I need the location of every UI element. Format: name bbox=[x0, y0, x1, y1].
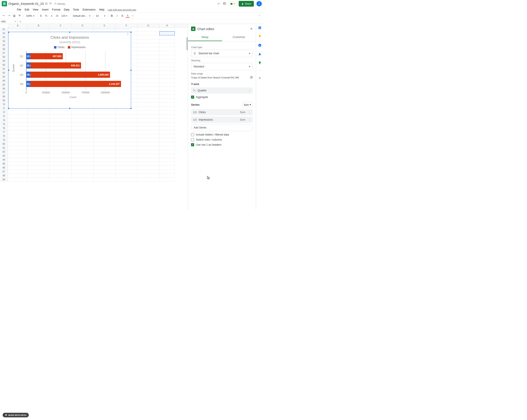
row-header-73[interactable]: 73 bbox=[0, 114, 8, 118]
row-header-60[interactable]: 60 bbox=[0, 63, 8, 67]
print-icon[interactable] bbox=[12, 14, 16, 18]
row-header-65[interactable]: 65 bbox=[0, 83, 8, 87]
row-header-62[interactable]: 62 bbox=[0, 71, 8, 75]
resize-handle-br[interactable] bbox=[130, 108, 132, 109]
row-header-85[interactable]: 85 bbox=[0, 162, 8, 166]
strikethrough-icon[interactable]: S bbox=[120, 14, 124, 18]
row-header-77[interactable]: 77 bbox=[0, 130, 8, 134]
resize-handle-bl[interactable] bbox=[8, 108, 10, 109]
col-header-A[interactable]: A bbox=[8, 24, 28, 27]
series-aggregate-select[interactable]: Sum▾ bbox=[242, 102, 253, 107]
row-header-64[interactable]: 64 bbox=[0, 79, 8, 83]
row-header-51[interactable]: 51 bbox=[0, 27, 8, 31]
undo-icon[interactable] bbox=[2, 14, 6, 18]
formula-input[interactable] bbox=[23, 19, 264, 24]
menu-format[interactable]: Format bbox=[51, 8, 62, 12]
row-header-88[interactable]: 88 bbox=[0, 174, 8, 178]
menu-extensions[interactable]: Extensions bbox=[81, 8, 97, 12]
decrease-decimal-icon[interactable]: .0 bbox=[49, 14, 53, 18]
add-series-button[interactable]: Add Series bbox=[191, 124, 253, 131]
keep-icon[interactable] bbox=[258, 34, 262, 38]
calendar-icon[interactable]: 31 bbox=[258, 26, 262, 30]
yaxis-field-pill[interactable]: Tᴛ Quarter ⋮ bbox=[191, 88, 253, 94]
row-header-59[interactable]: 59 bbox=[0, 59, 8, 63]
row-header-61[interactable]: 61 bbox=[0, 67, 8, 71]
row-header-84[interactable]: 84 bbox=[0, 158, 8, 162]
number-format-select[interactable]: 123▾ bbox=[60, 14, 68, 18]
font-select[interactable]: Default (Ari... ▾ bbox=[72, 14, 91, 18]
series-clicks-menu-icon[interactable]: ⋮ bbox=[248, 111, 251, 114]
row-header-81[interactable]: 81 bbox=[0, 146, 8, 150]
col-header-G[interactable]: G bbox=[137, 24, 159, 27]
col-header-H[interactable]: H bbox=[159, 24, 175, 27]
col-header-B[interactable]: B bbox=[28, 24, 50, 27]
row-header-80[interactable]: 80 bbox=[0, 142, 8, 146]
col-header-E[interactable]: E bbox=[94, 24, 116, 27]
row-header-56[interactable]: 56 bbox=[0, 47, 8, 51]
menu-data[interactable]: Data bbox=[62, 8, 71, 12]
row-header-72[interactable]: 72 bbox=[0, 111, 8, 114]
resize-handle-mr[interactable] bbox=[130, 69, 132, 71]
row-header-55[interactable]: 55 bbox=[0, 43, 8, 47]
contacts-icon[interactable] bbox=[258, 52, 262, 56]
resize-handle-tm[interactable] bbox=[69, 31, 70, 33]
active-cell[interactable] bbox=[159, 31, 175, 35]
share-button[interactable]: Share bbox=[239, 1, 254, 7]
tab-setup[interactable]: Setup bbox=[188, 33, 222, 41]
row-header-75[interactable]: 75 bbox=[0, 122, 8, 126]
tab-customize[interactable]: Customize bbox=[222, 33, 256, 41]
col-header-F[interactable]: F bbox=[116, 24, 137, 27]
embedded-chart[interactable]: ⋮ Clicks and Impressions Quarterly (2022… bbox=[8, 32, 131, 109]
row-header-69[interactable]: 69 bbox=[0, 99, 8, 103]
close-icon[interactable]: ✕ bbox=[250, 27, 253, 31]
row-header-78[interactable]: 78 bbox=[0, 134, 8, 138]
include-hidden-checkbox[interactable]: Include hidden / filtered data bbox=[191, 133, 253, 136]
resize-handle-tl[interactable] bbox=[8, 31, 10, 33]
col-header-C[interactable]: C bbox=[50, 24, 72, 27]
row-header-83[interactable]: 83 bbox=[0, 154, 8, 158]
star-icon[interactable] bbox=[45, 2, 48, 5]
bold-icon[interactable]: B bbox=[110, 14, 114, 18]
row-header-70[interactable]: 70 bbox=[0, 103, 8, 107]
currency-icon[interactable]: $ bbox=[39, 14, 43, 18]
row-header-67[interactable]: 67 bbox=[0, 91, 8, 95]
row-header-53[interactable]: 53 bbox=[0, 35, 8, 39]
menu-insert[interactable]: Insert bbox=[40, 8, 50, 12]
maps-icon[interactable] bbox=[258, 61, 262, 65]
menu-edit[interactable]: Edit bbox=[23, 8, 31, 12]
data-range-value[interactable]: 'Copy of Dates from Search Console'!A1:J… bbox=[191, 76, 249, 79]
italic-icon[interactable]: I bbox=[115, 14, 119, 18]
move-icon[interactable] bbox=[49, 2, 52, 5]
yaxis-field-menu-icon[interactable]: ⋮ bbox=[248, 89, 251, 92]
row-header-54[interactable]: 54 bbox=[0, 39, 8, 43]
column-headers[interactable]: A B C D E F G H bbox=[8, 24, 188, 27]
row-header-52[interactable]: 52 bbox=[0, 31, 8, 35]
row-header-82[interactable]: 82 bbox=[0, 150, 8, 154]
tasks-icon[interactable] bbox=[258, 43, 262, 47]
col-header-D[interactable]: D bbox=[72, 24, 94, 27]
increase-decimal-icon[interactable]: .00 bbox=[55, 14, 59, 18]
vertical-scrollbar[interactable] bbox=[187, 37, 188, 50]
resize-handle-ml[interactable] bbox=[8, 69, 10, 71]
row-header-68[interactable]: 68 bbox=[0, 95, 8, 99]
series-clicks-pill[interactable]: 123 Clicks Sum ⋮ bbox=[191, 109, 253, 115]
aggregate-checkbox[interactable]: ✓ Aggregate bbox=[191, 96, 253, 99]
meet-button[interactable]: ▾ bbox=[229, 1, 236, 6]
menu-view[interactable]: View bbox=[31, 8, 40, 12]
zoom-select[interactable]: 100% ▾ bbox=[25, 14, 35, 18]
menu-tools[interactable]: Tools bbox=[71, 8, 81, 12]
row-header-74[interactable]: 74 bbox=[0, 118, 8, 122]
row-header-57[interactable]: 57 bbox=[0, 51, 8, 55]
last-edit-link[interactable]: Last edit was seconds ago bbox=[108, 8, 136, 11]
redo-icon[interactable] bbox=[7, 14, 11, 18]
user-avatar[interactable]: J bbox=[256, 1, 262, 6]
row-headers[interactable]: 5152535455565758596061626364656667686970… bbox=[0, 27, 8, 182]
text-color-icon[interactable]: A bbox=[126, 14, 130, 18]
sheet-area[interactable]: A B C D E F G H 515253545556575859606162… bbox=[0, 24, 188, 210]
row-header-63[interactable]: 63 bbox=[0, 75, 8, 79]
document-title[interactable]: Organic_Keywords 01_23 bbox=[8, 2, 44, 5]
row-header-76[interactable]: 76 bbox=[0, 126, 8, 130]
row-header-89[interactable]: 89 bbox=[0, 178, 8, 182]
row-header-86[interactable]: 86 bbox=[0, 166, 8, 170]
menu-file[interactable]: File bbox=[15, 8, 23, 12]
